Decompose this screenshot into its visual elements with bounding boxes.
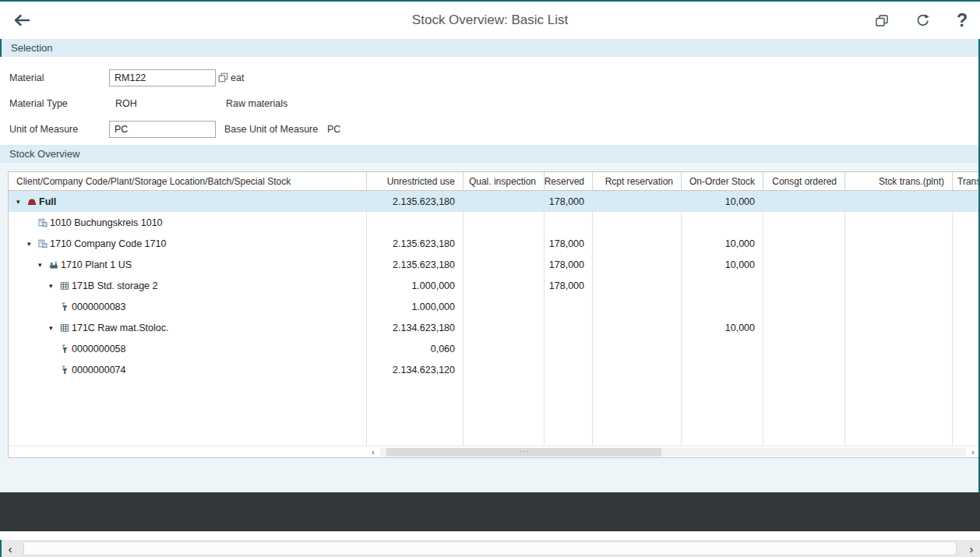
table-scrollbar-inner: ‹ ··· ›: [368, 447, 978, 457]
base-unit-label: Base Unit of Measure: [224, 124, 327, 135]
stock-tree-row[interactable]: ▾1710 Plant 1 US2.135.623,180178,00010,0…: [9, 254, 980, 275]
column-header[interactable]: Unrestricted use: [367, 172, 464, 190]
storage-location-icon: [60, 323, 72, 333]
table-horizontal-scrollbar[interactable]: ‹ ··· ›: [9, 446, 980, 457]
stock-tree-row[interactable]: 00000000831.000,000: [9, 296, 980, 317]
stock-tree-row[interactable]: ▾171C Raw mat.Stoloc.2.134.623,18010,000: [9, 317, 980, 338]
column-header[interactable]: Stck trans.(plnt): [845, 172, 953, 190]
empty-cell: [763, 380, 845, 446]
page-scrollbar-track[interactable]: [19, 540, 963, 557]
stock-value-cell: [545, 317, 593, 338]
stock-value-cell: [593, 275, 682, 296]
stock-value-cell: [845, 233, 953, 254]
expand-icon[interactable]: ▾: [49, 324, 60, 332]
stock-value-cell: 1.000,000: [367, 296, 464, 317]
unit-of-measure-input[interactable]: [109, 121, 216, 138]
tree-node-label: 1710 Company Code 1710: [50, 238, 166, 249]
matchcode-icon[interactable]: [218, 72, 228, 83]
stock-value-cell: [953, 338, 980, 359]
empty-cell: [545, 380, 593, 446]
stock-value-cell: [845, 191, 953, 212]
expand-icon[interactable]: ▾: [38, 261, 49, 269]
stock-value-cell: [845, 317, 953, 338]
stock-value-cell: 178,000: [545, 254, 593, 275]
empty-cell: [367, 380, 464, 446]
stock-value-cell: [953, 233, 980, 254]
column-header[interactable]: Rcpt reservation: [593, 172, 682, 190]
material-row: Material eat: [9, 65, 971, 90]
stock-value-cell: [763, 317, 845, 338]
tree-node-label: 0000000058: [72, 344, 126, 354]
app-header: Stock Overview: Basic List ?: [0, 2, 980, 39]
scroll-left-icon[interactable]: ‹: [368, 448, 379, 457]
stock-value-cell: [593, 212, 682, 233]
page-horizontal-scrollbar[interactable]: ‹ ›: [0, 540, 980, 557]
stock-value-cell: [845, 359, 953, 380]
column-header[interactable]: Client/Company Code/Plant/Storage Locati…: [9, 172, 367, 190]
expand-icon[interactable]: ▾: [49, 282, 60, 290]
expand-icon[interactable]: ▾: [27, 240, 38, 248]
stock-tree-row[interactable]: ▾171B Std. storage 21.000,000178,000: [9, 275, 980, 296]
tree-node-label: 0000000074: [72, 365, 126, 375]
table-scrollbar-thumb[interactable]: ···: [386, 448, 661, 457]
stock-value-cell: [763, 212, 845, 233]
stock-value-cell: 10,000: [682, 233, 763, 254]
empty-cell: [593, 380, 682, 446]
material-input[interactable]: [109, 69, 216, 86]
stock-value-cell: [593, 233, 682, 254]
empty-cell: [845, 380, 953, 446]
tree-node-label: 1010 Buchungskreis 1010: [50, 217, 163, 228]
stock-value-cell: [845, 212, 953, 233]
page-scroll-right-icon[interactable]: ›: [963, 543, 980, 555]
tree-node-label: 0000000083: [72, 301, 126, 312]
empty-cell: [9, 380, 367, 446]
tree-cell: 1010 Buchungskreis 1010: [9, 212, 367, 233]
page-scrollbar-thumb[interactable]: [23, 541, 957, 555]
material-type-value: ROH: [109, 98, 226, 109]
tree-cell: ▾171C Raw mat.Stoloc.: [9, 317, 367, 338]
stock-value-cell: [593, 191, 682, 212]
scroll-right-icon[interactable]: ›: [968, 448, 978, 457]
stock-value-cell: [464, 275, 545, 296]
stock-value-cell: [367, 212, 464, 233]
stock-value-cell: [845, 254, 953, 275]
stock-tree-row[interactable]: 1010 Buchungskreis 1010: [9, 212, 980, 233]
unit-of-measure-row: Unit of Measure Base Unit of Measure PC: [9, 116, 971, 142]
base-unit-value: PC: [327, 124, 340, 135]
footer-gap: [0, 531, 980, 540]
stock-value-cell: [763, 254, 845, 275]
expand-icon[interactable]: ▾: [16, 198, 27, 206]
stock-value-cell: [845, 275, 953, 296]
column-header[interactable]: Consgt ordered: [763, 172, 845, 190]
stock-tree-row[interactable]: ▾Full2.135.623,180178,00010,000: [9, 191, 980, 212]
stock-tree-row[interactable]: ▾1710 Company Code 17102.135.623,180178,…: [9, 233, 980, 254]
back-button[interactable]: [12, 13, 31, 27]
material-description: eat: [231, 72, 244, 83]
table-scrollbar-track[interactable]: ···: [380, 448, 966, 457]
column-header[interactable]: On-Order Stock: [682, 172, 763, 190]
stock-value-cell: 10,000: [682, 317, 763, 338]
stock-value-cell: [593, 254, 682, 275]
selection-section-header: Selection: [0, 39, 980, 57]
column-header[interactable]: Reserved: [545, 172, 593, 190]
stock-tree-row[interactable]: 00000000580,060: [9, 338, 980, 359]
stock-value-cell: [593, 338, 682, 359]
tree-node-label: 1710 Plant 1 US: [61, 259, 132, 270]
empty-cell: [953, 380, 980, 446]
stock-value-cell: [545, 296, 593, 317]
page-scroll-left-icon[interactable]: ‹: [2, 543, 19, 555]
stock-value-cell: [464, 254, 545, 275]
stock-value-cell: 178,000: [545, 275, 593, 296]
stock-table-card: Client/Company Code/Plant/Storage Locati…: [8, 171, 980, 458]
overlap-windows-icon[interactable]: [875, 14, 889, 27]
company-code-icon: [38, 239, 50, 249]
refresh-icon[interactable]: [915, 13, 930, 28]
stock-overview-section-title: Stock Overview: [9, 148, 79, 160]
stock-tree-row[interactable]: 00000000742.134.623,120: [9, 359, 980, 380]
help-icon[interactable]: ?: [957, 12, 968, 30]
column-header[interactable]: Qual. inspection: [464, 172, 545, 190]
stock-value-cell: 2.134.623,120: [367, 359, 464, 380]
empty-cell: [682, 380, 763, 446]
tree-node-label: 171B Std. storage 2: [72, 280, 158, 291]
column-header[interactable]: Trans: [953, 172, 980, 190]
